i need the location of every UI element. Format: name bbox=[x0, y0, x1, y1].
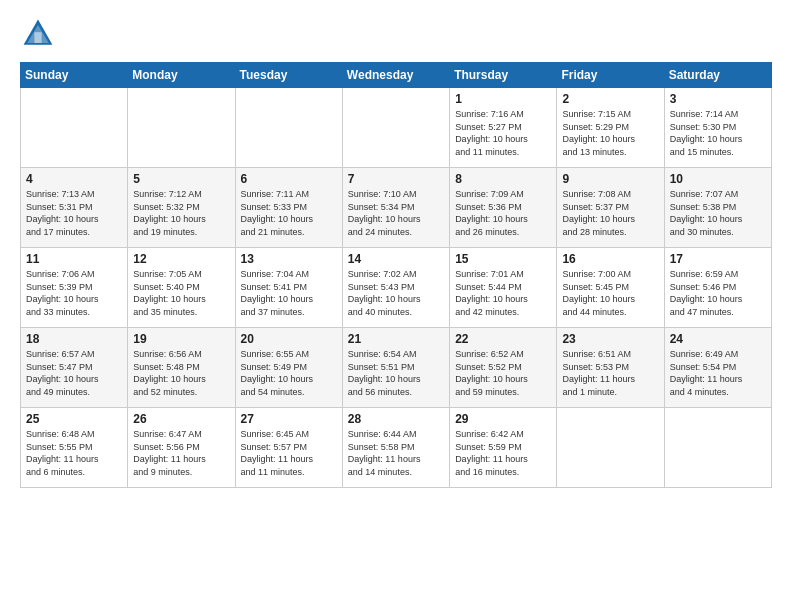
calendar-cell: 12Sunrise: 7:05 AMSunset: 5:40 PMDayligh… bbox=[128, 248, 235, 328]
calendar-cell: 21Sunrise: 6:54 AMSunset: 5:51 PMDayligh… bbox=[342, 328, 449, 408]
day-number: 15 bbox=[455, 252, 551, 266]
logo bbox=[20, 16, 60, 52]
calendar-cell: 17Sunrise: 6:59 AMSunset: 5:46 PMDayligh… bbox=[664, 248, 771, 328]
day-number: 8 bbox=[455, 172, 551, 186]
calendar-cell: 29Sunrise: 6:42 AMSunset: 5:59 PMDayligh… bbox=[450, 408, 557, 488]
header bbox=[20, 16, 772, 52]
day-number: 14 bbox=[348, 252, 444, 266]
calendar-cell: 8Sunrise: 7:09 AMSunset: 5:36 PMDaylight… bbox=[450, 168, 557, 248]
day-number: 5 bbox=[133, 172, 229, 186]
weekday-tuesday: Tuesday bbox=[235, 63, 342, 88]
day-info: Sunrise: 7:07 AMSunset: 5:38 PMDaylight:… bbox=[670, 188, 766, 238]
day-info: Sunrise: 7:10 AMSunset: 5:34 PMDaylight:… bbox=[348, 188, 444, 238]
day-number: 9 bbox=[562, 172, 658, 186]
day-number: 10 bbox=[670, 172, 766, 186]
day-number: 25 bbox=[26, 412, 122, 426]
calendar-cell: 14Sunrise: 7:02 AMSunset: 5:43 PMDayligh… bbox=[342, 248, 449, 328]
calendar-cell: 25Sunrise: 6:48 AMSunset: 5:55 PMDayligh… bbox=[21, 408, 128, 488]
day-info: Sunrise: 7:11 AMSunset: 5:33 PMDaylight:… bbox=[241, 188, 337, 238]
calendar-header: Sunday Monday Tuesday Wednesday Thursday… bbox=[21, 63, 772, 88]
day-info: Sunrise: 7:12 AMSunset: 5:32 PMDaylight:… bbox=[133, 188, 229, 238]
calendar-week-3: 11Sunrise: 7:06 AMSunset: 5:39 PMDayligh… bbox=[21, 248, 772, 328]
weekday-thursday: Thursday bbox=[450, 63, 557, 88]
calendar-cell: 11Sunrise: 7:06 AMSunset: 5:39 PMDayligh… bbox=[21, 248, 128, 328]
day-info: Sunrise: 6:52 AMSunset: 5:52 PMDaylight:… bbox=[455, 348, 551, 398]
day-info: Sunrise: 6:45 AMSunset: 5:57 PMDaylight:… bbox=[241, 428, 337, 478]
calendar-cell: 7Sunrise: 7:10 AMSunset: 5:34 PMDaylight… bbox=[342, 168, 449, 248]
calendar-cell bbox=[235, 88, 342, 168]
day-info: Sunrise: 7:00 AMSunset: 5:45 PMDaylight:… bbox=[562, 268, 658, 318]
weekday-monday: Monday bbox=[128, 63, 235, 88]
day-info: Sunrise: 6:48 AMSunset: 5:55 PMDaylight:… bbox=[26, 428, 122, 478]
day-number: 19 bbox=[133, 332, 229, 346]
day-number: 3 bbox=[670, 92, 766, 106]
day-info: Sunrise: 6:56 AMSunset: 5:48 PMDaylight:… bbox=[133, 348, 229, 398]
day-info: Sunrise: 6:54 AMSunset: 5:51 PMDaylight:… bbox=[348, 348, 444, 398]
calendar-cell: 15Sunrise: 7:01 AMSunset: 5:44 PMDayligh… bbox=[450, 248, 557, 328]
calendar-cell bbox=[128, 88, 235, 168]
day-info: Sunrise: 7:01 AMSunset: 5:44 PMDaylight:… bbox=[455, 268, 551, 318]
calendar-cell: 18Sunrise: 6:57 AMSunset: 5:47 PMDayligh… bbox=[21, 328, 128, 408]
weekday-saturday: Saturday bbox=[664, 63, 771, 88]
weekday-row: Sunday Monday Tuesday Wednesday Thursday… bbox=[21, 63, 772, 88]
day-info: Sunrise: 7:14 AMSunset: 5:30 PMDaylight:… bbox=[670, 108, 766, 158]
weekday-sunday: Sunday bbox=[21, 63, 128, 88]
calendar-cell: 24Sunrise: 6:49 AMSunset: 5:54 PMDayligh… bbox=[664, 328, 771, 408]
day-number: 13 bbox=[241, 252, 337, 266]
calendar-week-1: 1Sunrise: 7:16 AMSunset: 5:27 PMDaylight… bbox=[21, 88, 772, 168]
calendar-cell: 20Sunrise: 6:55 AMSunset: 5:49 PMDayligh… bbox=[235, 328, 342, 408]
day-number: 16 bbox=[562, 252, 658, 266]
calendar-cell bbox=[557, 408, 664, 488]
day-info: Sunrise: 6:42 AMSunset: 5:59 PMDaylight:… bbox=[455, 428, 551, 478]
day-number: 22 bbox=[455, 332, 551, 346]
calendar-cell: 16Sunrise: 7:00 AMSunset: 5:45 PMDayligh… bbox=[557, 248, 664, 328]
day-number: 20 bbox=[241, 332, 337, 346]
page: Sunday Monday Tuesday Wednesday Thursday… bbox=[0, 0, 792, 498]
day-number: 18 bbox=[26, 332, 122, 346]
calendar-cell: 27Sunrise: 6:45 AMSunset: 5:57 PMDayligh… bbox=[235, 408, 342, 488]
calendar-cell: 26Sunrise: 6:47 AMSunset: 5:56 PMDayligh… bbox=[128, 408, 235, 488]
logo-icon bbox=[20, 16, 56, 52]
calendar-cell: 4Sunrise: 7:13 AMSunset: 5:31 PMDaylight… bbox=[21, 168, 128, 248]
day-number: 23 bbox=[562, 332, 658, 346]
day-info: Sunrise: 6:44 AMSunset: 5:58 PMDaylight:… bbox=[348, 428, 444, 478]
day-number: 29 bbox=[455, 412, 551, 426]
calendar-week-4: 18Sunrise: 6:57 AMSunset: 5:47 PMDayligh… bbox=[21, 328, 772, 408]
calendar-cell: 23Sunrise: 6:51 AMSunset: 5:53 PMDayligh… bbox=[557, 328, 664, 408]
calendar-cell: 9Sunrise: 7:08 AMSunset: 5:37 PMDaylight… bbox=[557, 168, 664, 248]
day-info: Sunrise: 7:04 AMSunset: 5:41 PMDaylight:… bbox=[241, 268, 337, 318]
day-number: 7 bbox=[348, 172, 444, 186]
day-info: Sunrise: 6:49 AMSunset: 5:54 PMDaylight:… bbox=[670, 348, 766, 398]
day-info: Sunrise: 7:09 AMSunset: 5:36 PMDaylight:… bbox=[455, 188, 551, 238]
day-number: 27 bbox=[241, 412, 337, 426]
day-number: 6 bbox=[241, 172, 337, 186]
day-info: Sunrise: 7:05 AMSunset: 5:40 PMDaylight:… bbox=[133, 268, 229, 318]
weekday-wednesday: Wednesday bbox=[342, 63, 449, 88]
day-info: Sunrise: 7:08 AMSunset: 5:37 PMDaylight:… bbox=[562, 188, 658, 238]
day-info: Sunrise: 7:15 AMSunset: 5:29 PMDaylight:… bbox=[562, 108, 658, 158]
calendar-cell: 22Sunrise: 6:52 AMSunset: 5:52 PMDayligh… bbox=[450, 328, 557, 408]
svg-rect-2 bbox=[34, 32, 41, 43]
day-number: 12 bbox=[133, 252, 229, 266]
day-number: 1 bbox=[455, 92, 551, 106]
calendar-week-5: 25Sunrise: 6:48 AMSunset: 5:55 PMDayligh… bbox=[21, 408, 772, 488]
day-info: Sunrise: 6:59 AMSunset: 5:46 PMDaylight:… bbox=[670, 268, 766, 318]
calendar-cell: 10Sunrise: 7:07 AMSunset: 5:38 PMDayligh… bbox=[664, 168, 771, 248]
day-number: 21 bbox=[348, 332, 444, 346]
day-number: 26 bbox=[133, 412, 229, 426]
day-info: Sunrise: 7:16 AMSunset: 5:27 PMDaylight:… bbox=[455, 108, 551, 158]
day-number: 17 bbox=[670, 252, 766, 266]
day-info: Sunrise: 6:57 AMSunset: 5:47 PMDaylight:… bbox=[26, 348, 122, 398]
calendar-cell bbox=[342, 88, 449, 168]
day-number: 2 bbox=[562, 92, 658, 106]
calendar-body: 1Sunrise: 7:16 AMSunset: 5:27 PMDaylight… bbox=[21, 88, 772, 488]
day-info: Sunrise: 7:13 AMSunset: 5:31 PMDaylight:… bbox=[26, 188, 122, 238]
calendar-week-2: 4Sunrise: 7:13 AMSunset: 5:31 PMDaylight… bbox=[21, 168, 772, 248]
calendar-cell: 5Sunrise: 7:12 AMSunset: 5:32 PMDaylight… bbox=[128, 168, 235, 248]
calendar-cell: 19Sunrise: 6:56 AMSunset: 5:48 PMDayligh… bbox=[128, 328, 235, 408]
calendar-cell: 1Sunrise: 7:16 AMSunset: 5:27 PMDaylight… bbox=[450, 88, 557, 168]
calendar-cell bbox=[21, 88, 128, 168]
calendar-cell: 3Sunrise: 7:14 AMSunset: 5:30 PMDaylight… bbox=[664, 88, 771, 168]
calendar-cell: 6Sunrise: 7:11 AMSunset: 5:33 PMDaylight… bbox=[235, 168, 342, 248]
day-info: Sunrise: 6:51 AMSunset: 5:53 PMDaylight:… bbox=[562, 348, 658, 398]
